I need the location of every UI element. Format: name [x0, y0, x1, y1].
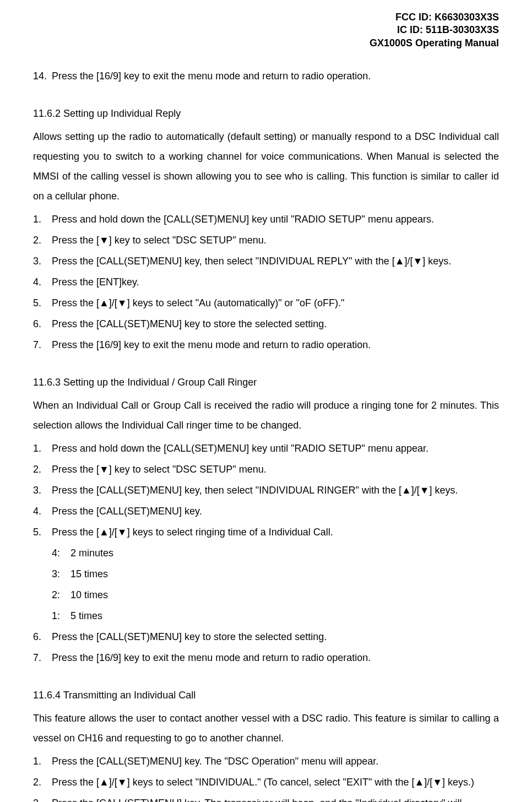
fcc-id: FCC ID: K6630303X3S — [33, 11, 499, 24]
step-number: 3. — [33, 480, 52, 500]
step-text: Press the [▼] key to select "DSC SETUP" … — [52, 459, 499, 479]
step-number: 1. — [33, 438, 52, 458]
step-text: Press the [▲]/[▼] keys to select ringing… — [52, 522, 499, 542]
sublist-text: 10 times — [70, 585, 108, 605]
step-number: 6. — [33, 627, 52, 647]
sublist-number: 4: — [52, 543, 70, 563]
list-item: 3. Press the [CALL(SET)MENU] key. The tr… — [33, 793, 499, 802]
list-item: 7. Press the [16/9] key to exit the menu… — [33, 335, 499, 355]
list-item: 5. Press the [▲]/[▼] keys to select "Au … — [33, 293, 499, 313]
step-number: 3. — [33, 251, 52, 271]
sublist-item: 3: 15 times — [52, 564, 499, 584]
sublist: 4: 2 minutes 3: 15 times 2: 10 times 1: … — [52, 543, 499, 626]
list-item: 1. Press the [CALL(SET)MENU] key. The "D… — [33, 751, 499, 771]
step-text: Press the [16/9] key to exit the menu mo… — [52, 66, 499, 86]
step-number: 5. — [33, 293, 52, 313]
list-item: 1. Press and hold down the [CALL(SET)MEN… — [33, 209, 499, 229]
sublist-item: 4: 2 minutes — [52, 543, 499, 563]
sublist-text: 2 minutes — [70, 543, 113, 563]
step-number: 4. — [33, 272, 52, 292]
list-item: 3. Press the [CALL(SET)MENU] key, then s… — [33, 251, 499, 271]
section-heading-11-6-4: 11.6.4 Transmitting an Individual Call — [33, 685, 499, 705]
manual-title: GX1000S Operating Manual — [33, 37, 499, 50]
section-paragraph: When an Individual Call or Group Call is… — [33, 395, 499, 435]
section-heading-11-6-3: 11.6.3 Setting up the Individual / Group… — [33, 372, 499, 392]
step-number: 7. — [33, 335, 52, 355]
step-text: Press the [CALL(SET)MENU] key to store t… — [52, 314, 499, 334]
step-number: 2. — [33, 772, 52, 792]
page-header: FCC ID: K6630303X3S IC ID: 511B-30303X3S… — [33, 11, 499, 50]
step-number: 5. — [33, 522, 52, 542]
step-text: Press the [ENT]key. — [52, 272, 499, 292]
step-number: 14. — [33, 66, 52, 86]
step-text: Press the [CALL(SET)MENU] key. The trans… — [52, 793, 499, 802]
list-item: 5. Press the [▲]/[▼] keys to select ring… — [33, 522, 499, 542]
step-text: Press the [CALL(SET)MENU] key. — [52, 501, 499, 521]
step-number: 1. — [33, 209, 52, 229]
list-item: 7. Press the [16/9] key to exit the menu… — [33, 648, 499, 668]
list-item: 1. Press and hold down the [CALL(SET)MEN… — [33, 438, 499, 458]
step-text: Press the [16/9] key to exit the menu mo… — [52, 335, 499, 355]
step-number: 7. — [33, 648, 52, 668]
step-number: 2. — [33, 459, 52, 479]
step-text: Press and hold down the [CALL(SET)MENU] … — [52, 438, 499, 458]
sublist-number: 2: — [52, 585, 70, 605]
list-item: 4. Press the [ENT]key. — [33, 272, 499, 292]
step-text: Press the [CALL(SET)MENU] key, then sele… — [52, 251, 499, 271]
step-text: Press the [▲]/[▼] keys to select "INDIVI… — [52, 772, 499, 792]
sublist-item: 2: 10 times — [52, 585, 499, 605]
step-text: Press the [CALL(SET)MENU] key, then sele… — [52, 480, 499, 500]
step-text: Press the [CALL(SET)MENU] key to store t… — [52, 627, 499, 647]
section-paragraph: This feature allows the user to contact … — [33, 708, 499, 748]
section-heading-11-6-2: 11.6.2 Setting up Individual Reply — [33, 104, 499, 123]
section-paragraph: Allows setting up the radio to automatic… — [33, 127, 499, 206]
sublist-item: 1: 5 times — [52, 606, 499, 626]
list-item: 2. Press the [▼] key to select "DSC SETU… — [33, 459, 499, 479]
step-text: Press the [▼] key to select "DSC SETUP" … — [52, 230, 499, 250]
ic-id: IC ID: 511B-30303X3S — [33, 24, 499, 36]
step-number: 4. — [33, 501, 52, 521]
step-text: Press the [16/9] key to exit the menu mo… — [52, 648, 499, 668]
step-number: 2. — [33, 230, 52, 250]
step-text: Press the [CALL(SET)MENU] key. The "DSC … — [52, 751, 499, 771]
sublist-text: 15 times — [70, 564, 108, 584]
list-item: 4. Press the [CALL(SET)MENU] key. — [33, 501, 499, 521]
sublist-number: 3: — [52, 564, 70, 584]
document-page: FCC ID: K6630303X3S IC ID: 511B-30303X3S… — [0, 0, 532, 802]
step-14: 14. Press the [16/9] key to exit the men… — [33, 66, 499, 86]
list-item: 6. Press the [CALL(SET)MENU] key to stor… — [33, 627, 499, 647]
sublist-number: 1: — [52, 606, 70, 626]
list-item: 2. Press the [▲]/[▼] keys to select "IND… — [33, 772, 499, 792]
step-number: 6. — [33, 314, 52, 334]
step-number: 3. — [33, 793, 52, 802]
list-item: 2. Press the [▼] key to select "DSC SETU… — [33, 230, 499, 250]
sublist-text: 5 times — [70, 606, 102, 626]
step-text: Press the [▲]/[▼] keys to select "Au (au… — [52, 293, 499, 313]
list-item: 6. Press the [CALL(SET)MENU] key to stor… — [33, 314, 499, 334]
step-number: 1. — [33, 751, 52, 771]
list-item: 3. Press the [CALL(SET)MENU] key, then s… — [33, 480, 499, 500]
step-text: Press and hold down the [CALL(SET)MENU] … — [52, 209, 499, 229]
